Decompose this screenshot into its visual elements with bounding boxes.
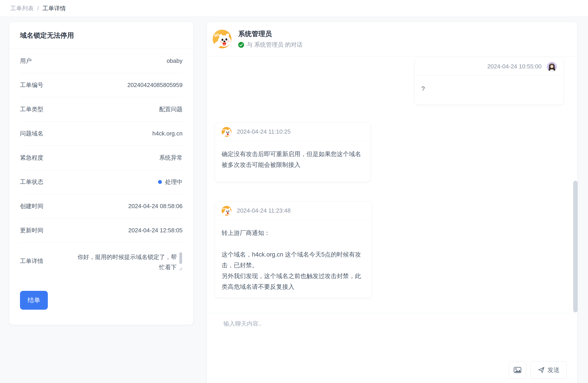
mascot-bear-icon: Wi [213, 30, 231, 48]
image-icon [513, 366, 522, 374]
status-dot-icon [158, 180, 162, 184]
field-value: 系统异常 [159, 154, 183, 162]
ticket-detail-textarea[interactable] [77, 252, 183, 271]
field-row-ticket-id: 工单编号 20240424085805959 [20, 73, 183, 97]
chat-subtitle-text: 与 系统管理员 的对话 [247, 41, 302, 49]
message-text: 转上游厂商通知： 这个域名，h4ck.org.cn 这个域名今天5点的时候有攻击… [215, 220, 372, 300]
ticket-fields: 用户 obaby 工单编号 20240424085805959 工单类型 配置问… [20, 49, 183, 280]
mascot-bear-icon: Wi [222, 206, 231, 216]
message-text: ? [415, 76, 564, 102]
field-value: h4ck.org.cn [152, 130, 183, 137]
field-label: 更新时间 [20, 227, 43, 234]
girl-avatar-icon [547, 62, 557, 72]
ticket-info-card: 域名锁定无法停用 用户 obaby 工单编号 20240424085805959… [9, 22, 193, 325]
textarea-resize-handle[interactable] [178, 267, 183, 271]
field-label: 创建时间 [20, 202, 43, 210]
ticket-detail-page: 工单列表 / 工单详情 域名锁定无法停用 用户 obaby 工单编号 20240… [0, 0, 588, 383]
breadcrumb-separator: / [37, 5, 39, 12]
message-time: 2024-04-24 10:55:00 [487, 63, 542, 70]
message-header: Wi 2024-04-24 11:10:25 [215, 123, 370, 141]
field-value: obaby [167, 57, 183, 64]
admin-avatar-small: Wi [222, 127, 231, 137]
message-header: 2024-04-24 10:55:00 [415, 57, 564, 76]
status-text: 处理中 [165, 178, 183, 186]
admin-avatar: Wi [213, 30, 231, 48]
chat-toolbar: 发送 [509, 361, 567, 379]
chat-subtitle: 与 系统管理员 的对话 [238, 41, 302, 49]
message-header: Wi 2024-04-24 11:23:48 [215, 202, 372, 220]
field-row-detail: 工单详情 [20, 243, 183, 280]
field-row-ticket-type: 工单类型 配置问题 [20, 97, 183, 121]
field-label: 紧急程度 [20, 154, 43, 162]
field-label: 工单类型 [20, 105, 43, 113]
field-label: 工单状态 [20, 178, 43, 186]
message-time: 2024-04-24 11:23:48 [237, 207, 291, 214]
breadcrumb-ticket-list-link[interactable]: 工单列表 [10, 4, 34, 12]
ticket-title: 域名锁定无法停用 [9, 22, 193, 49]
field-label: 工单编号 [20, 81, 43, 89]
chat-header: Wi 系统管理员 [207, 22, 577, 56]
message-admin-1: Wi 2024-04-24 11:10:25 确定没有攻击后即可重新启用，但是如… [215, 122, 371, 182]
message-user: 2024-04-24 10:55:00 [415, 57, 564, 105]
close-ticket-button[interactable]: 结单 [20, 291, 48, 310]
chat-scrollbar-thumb[interactable] [573, 181, 578, 312]
chat-header-text: 系统管理员 与 系统管理员 的对话 [238, 29, 302, 49]
field-label: 用户 [20, 57, 32, 65]
breadcrumb-current: 工单详情 [42, 4, 66, 12]
admin-avatar-small: Wi [222, 206, 231, 216]
message-time: 2024-04-24 11:10:25 [237, 128, 291, 135]
field-label: 工单详情 [20, 257, 43, 265]
message-admin-2: Wi 2024-04-24 11:23:48 转上游厂商通知： 这个域名，h4c… [215, 201, 372, 298]
admin-name: 系统管理员 [238, 29, 302, 38]
status-value: 处理中 [158, 178, 183, 186]
field-value: 2024-04-24 08:58:06 [128, 203, 183, 210]
textarea-scrollbar-thumb[interactable] [179, 252, 182, 264]
field-row-urgency: 紧急程度 系统异常 [20, 146, 183, 170]
upload-image-button[interactable] [509, 361, 526, 379]
field-row-created-at: 创建时间 2024-04-24 08:58:06 [20, 194, 183, 218]
field-row-status: 工单状态 处理中 [20, 170, 183, 194]
send-plane-icon [538, 366, 545, 374]
chat-messages: 2024-04-24 10:55:00 [207, 56, 578, 313]
field-value: 20240424085805959 [127, 82, 183, 89]
send-button-label: 发送 [547, 366, 560, 374]
breadcrumb: 工单列表 / 工单详情 [0, 0, 588, 17]
online-check-icon [238, 42, 244, 48]
mascot-bear-icon: Wi [222, 127, 231, 137]
chat-card: Wi 系统管理员 [207, 22, 577, 383]
field-row-user: 用户 obaby [20, 49, 183, 73]
field-value: 配置问题 [159, 105, 183, 113]
field-label: 问题域名 [20, 130, 43, 137]
message-text: 确定没有攻击后即可重新启用，但是如果您这个域名被多次攻击可能会被限制接入 [215, 141, 370, 178]
ticket-detail-text[interactable] [77, 252, 183, 271]
field-row-updated-at: 更新时间 2024-04-24 12:58:05 [20, 218, 183, 243]
user-avatar [547, 62, 557, 72]
field-value: 2024-04-24 12:58:05 [128, 227, 183, 234]
send-button[interactable]: 发送 [530, 361, 567, 379]
ticket-actions: 结单 [9, 280, 193, 310]
field-row-domain: 问题域名 h4ck.org.cn [20, 121, 183, 146]
